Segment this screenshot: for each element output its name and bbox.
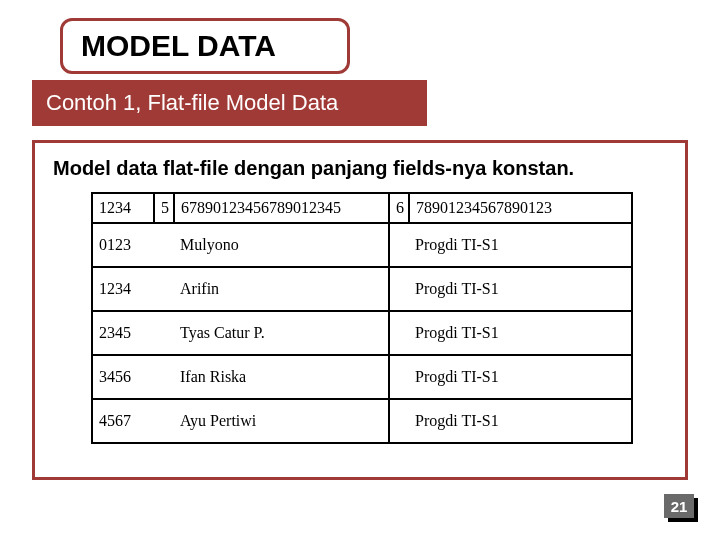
table-row: 4567 Ayu Pertiwi Progdi TI-S1 (92, 399, 632, 443)
table-wrap: 1234 5 67890123456789012345 6 7890123456… (91, 192, 629, 444)
content-box: Model data flat-file dengan panjang fiel… (32, 140, 688, 480)
caption-text: Model data flat-file dengan panjang fiel… (53, 157, 667, 180)
table-row: 1234 Arifin Progdi TI-S1 (92, 267, 632, 311)
cell-name: Mulyono (174, 223, 389, 267)
cell-spacer (154, 311, 174, 355)
cell-spacer (389, 399, 409, 443)
cell-spacer (154, 223, 174, 267)
table-header-row: 1234 5 67890123456789012345 6 7890123456… (92, 193, 632, 223)
cell-prog: Progdi TI-S1 (409, 223, 632, 267)
cell-id: 0123 (92, 223, 154, 267)
cell-spacer (389, 223, 409, 267)
cell-prog: Progdi TI-S1 (409, 311, 632, 355)
cell-name: Arifin (174, 267, 389, 311)
hdr-col2: 5 (154, 193, 174, 223)
cell-prog: Progdi TI-S1 (409, 267, 632, 311)
cell-prog: Progdi TI-S1 (409, 355, 632, 399)
table-row: 0123 Mulyono Progdi TI-S1 (92, 223, 632, 267)
cell-name: Ayu Pertiwi (174, 399, 389, 443)
cell-name: Tyas Catur P. (174, 311, 389, 355)
flatfile-table: 1234 5 67890123456789012345 6 7890123456… (91, 192, 633, 444)
cell-id: 1234 (92, 267, 154, 311)
cell-id: 2345 (92, 311, 154, 355)
hdr-col4: 6 (389, 193, 409, 223)
table-row: 2345 Tyas Catur P. Progdi TI-S1 (92, 311, 632, 355)
slide-title: MODEL DATA (60, 18, 350, 74)
cell-spacer (389, 311, 409, 355)
slide-subtitle: Contoh 1, Flat-file Model Data (32, 80, 427, 126)
cell-spacer (389, 355, 409, 399)
cell-spacer (389, 267, 409, 311)
hdr-col1: 1234 (92, 193, 154, 223)
hdr-col3: 67890123456789012345 (174, 193, 389, 223)
cell-id: 3456 (92, 355, 154, 399)
cell-spacer (154, 399, 174, 443)
cell-spacer (154, 355, 174, 399)
page-number: 21 (664, 494, 694, 518)
hdr-col5: 78901234567890123 (409, 193, 632, 223)
cell-prog: Progdi TI-S1 (409, 399, 632, 443)
table-row: 3456 Ifan Riska Progdi TI-S1 (92, 355, 632, 399)
cell-name: Ifan Riska (174, 355, 389, 399)
slide: MODEL DATA Contoh 1, Flat-file Model Dat… (0, 0, 720, 540)
cell-spacer (154, 267, 174, 311)
cell-id: 4567 (92, 399, 154, 443)
